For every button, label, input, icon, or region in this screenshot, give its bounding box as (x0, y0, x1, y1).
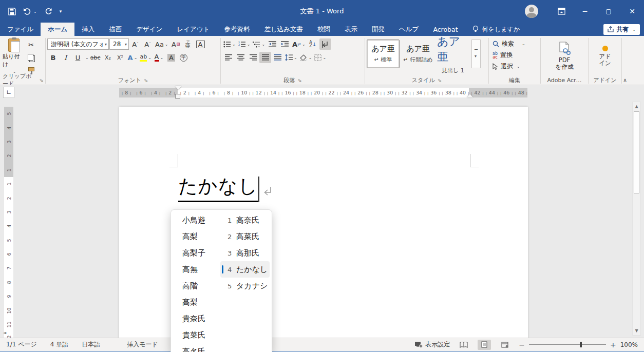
bullets-button[interactable]: ⌄ (222, 38, 237, 50)
web-layout-button[interactable] (498, 340, 512, 350)
text-effects-button[interactable]: A⌄ (126, 52, 138, 63)
save-button[interactable] (8, 8, 16, 15)
zoom-slider-thumb[interactable] (580, 342, 582, 347)
scroll-up-arrow[interactable]: ▲ (633, 103, 640, 110)
clear-formatting-button[interactable]: A (170, 38, 182, 50)
zoom-slider[interactable] (529, 344, 606, 345)
tab-view[interactable]: 表示 (337, 23, 365, 36)
subscript-button[interactable]: X₂ (102, 52, 113, 63)
ime-candidate[interactable]: 小鳥遊 (182, 212, 220, 228)
clipboard-dialog-launcher[interactable]: ⇘ (40, 77, 44, 83)
enclose-characters-button[interactable]: 字 (178, 52, 190, 63)
align-left-button[interactable] (222, 52, 234, 63)
vertical-scrollbar-thumb[interactable] (634, 111, 639, 193)
tell-me-box[interactable]: 何をしますか (465, 23, 527, 36)
asian-layout-button[interactable]: A⇄⌄ (291, 38, 306, 50)
tab-insert[interactable]: 挿入 (74, 23, 102, 36)
tab-selector-button[interactable]: ∟ (3, 87, 14, 98)
composition-line[interactable]: たかなし (178, 173, 273, 202)
phonetic-guide-button[interactable]: ア亜 (182, 38, 194, 50)
zoom-out-button[interactable]: − (519, 341, 525, 349)
close-button[interactable]: ✕ (620, 0, 644, 23)
grow-font-button[interactable]: A˄ (129, 38, 141, 50)
tab-references[interactable]: 参考資料 (217, 23, 257, 36)
character-shading-button[interactable]: A (165, 52, 177, 63)
bold-button[interactable]: B (47, 52, 59, 63)
tab-home[interactable]: ホーム (41, 23, 74, 36)
numbering-button[interactable]: 12⌄ (237, 38, 252, 50)
copy-button[interactable] (25, 51, 37, 63)
tab-layout[interactable]: レイアウト (169, 23, 217, 36)
language-indicator[interactable]: 日本語 (82, 340, 100, 349)
redo-button[interactable] (44, 8, 52, 15)
page-indicator[interactable]: 1/1 ページ (6, 340, 37, 349)
ime-candidate[interactable]: 髙梨 (182, 294, 220, 310)
ime-candidate-row[interactable]: 5タカナシ (220, 278, 270, 294)
align-center-button[interactable] (235, 52, 247, 63)
increase-indent-button[interactable] (279, 38, 291, 50)
align-right-button[interactable] (247, 52, 259, 63)
vertical-scrollbar[interactable]: ▲ ▼ (632, 102, 641, 336)
font-name-combobox[interactable]: 游明朝 (本文のフォン▾ (47, 38, 109, 50)
font-color-button[interactable]: A⌄ (153, 52, 165, 63)
ime-candidate[interactable]: 高梨子 (182, 245, 220, 261)
change-case-button[interactable]: Aa⌄ (154, 38, 169, 50)
select-button[interactable]: 選択 ⌄ (490, 61, 522, 72)
strikethrough-button[interactable]: abc (89, 52, 102, 63)
tab-design[interactable]: デザイン (129, 23, 169, 36)
zoom-in-button[interactable]: + (610, 341, 616, 349)
share-button[interactable]: 共有 ⌄ (603, 24, 640, 35)
insert-mode-indicator[interactable]: 挿入モード (127, 340, 158, 349)
cut-button[interactable]: ✂ (25, 39, 37, 50)
style-no-spacing[interactable]: あア亜 ↵ 行間詰め (402, 40, 434, 68)
maximize-button[interactable]: ▢ (597, 0, 620, 23)
styles-more-button[interactable]: ▔▾ (471, 40, 481, 68)
ime-candidate[interactable]: 高名氏 (182, 343, 220, 352)
enclose-border-button[interactable]: A (195, 38, 206, 50)
ribbon-display-options-button[interactable] (550, 0, 573, 23)
tab-file[interactable]: ファイル (0, 23, 41, 36)
collapse-ribbon-button[interactable]: ∧ (623, 77, 627, 84)
style-heading1[interactable]: あア亜 見出し 1 (437, 40, 469, 68)
right-indent-marker[interactable] (467, 94, 473, 97)
scroll-down-arrow[interactable]: ▼ (633, 327, 640, 334)
highlight-color-button[interactable]: ab⌄ (139, 52, 152, 63)
sort-button[interactable]: AZ↓ (307, 38, 319, 50)
tab-developer[interactable]: 開発 (365, 23, 392, 36)
customize-qat-button[interactable]: ▾ (60, 9, 62, 14)
ime-candidate-row[interactable]: 3高那氏 (220, 245, 270, 261)
print-layout-button[interactable] (478, 340, 491, 350)
justify-button[interactable] (259, 52, 271, 63)
font-size-combobox[interactable]: 28▾ (109, 38, 129, 50)
read-mode-button[interactable] (457, 340, 470, 350)
ime-candidate[interactable]: 高階 (182, 278, 220, 294)
replace-button[interactable]: abac 置換 (490, 50, 515, 61)
word-count[interactable]: 4 単語 (50, 340, 68, 349)
zoom-percentage[interactable]: 100% (620, 341, 638, 348)
scroll-left-arrow[interactable]: ◄ (1, 329, 8, 336)
styles-dialog-launcher[interactable]: ⇘ (438, 77, 442, 83)
first-line-indent-marker[interactable] (175, 86, 181, 90)
decrease-indent-button[interactable] (267, 38, 278, 50)
left-indent-marker[interactable] (175, 94, 180, 99)
line-spacing-button[interactable]: ⌄ (284, 52, 298, 63)
distribute-button[interactable] (272, 52, 283, 63)
find-button[interactable]: 検索 ⌄ (490, 38, 527, 49)
format-painter-button[interactable] (25, 64, 37, 75)
shading-button[interactable]: ⌄ (299, 52, 313, 63)
account-avatar[interactable] (525, 5, 538, 18)
minimize-button[interactable]: ─ (573, 0, 597, 23)
underline-button[interactable]: U (72, 52, 84, 63)
paste-button[interactable]: 貼り付け ⌄ (3, 37, 25, 74)
addins-button[interactable]: アド イン (591, 37, 619, 74)
ime-candidate-row[interactable]: 2高菜氏 (220, 228, 270, 245)
ime-candidate[interactable]: 高無 (182, 261, 220, 278)
italic-button[interactable]: I (60, 52, 71, 63)
tab-draw[interactable]: 描画 (102, 23, 129, 36)
multilevel-list-button[interactable]: ⌄ (252, 38, 266, 50)
borders-button[interactable]: ⌄ (313, 52, 327, 63)
ime-candidate-row[interactable]: 1高奈氏 (220, 212, 270, 228)
style-normal[interactable]: あア亜 ↵ 標準 (367, 40, 400, 68)
superscript-button[interactable]: X² (114, 52, 126, 63)
ime-candidate[interactable]: 貴菜氏 (182, 327, 220, 343)
